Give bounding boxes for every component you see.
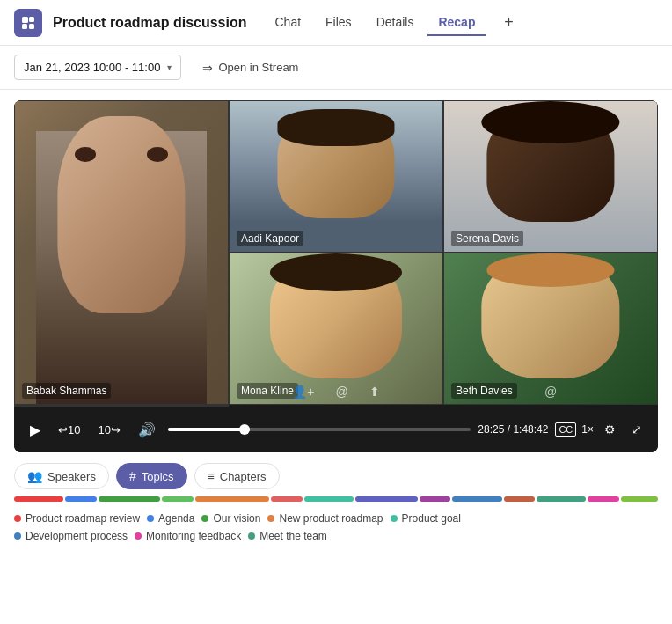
- color-segment: [271, 496, 302, 502]
- rewind-button[interactable]: ↩10: [53, 420, 85, 440]
- date-selector[interactable]: Jan 21, 2023 10:00 - 11:00 ▾: [14, 55, 181, 80]
- tab-details[interactable]: Details: [366, 10, 425, 36]
- color-segment: [99, 496, 161, 502]
- topic-tag[interactable]: New product roadmap: [267, 512, 383, 525]
- topic-tag[interactable]: Monitoring feedback: [135, 530, 241, 542]
- color-segment: [420, 496, 450, 502]
- progress-bar[interactable]: [168, 428, 471, 431]
- video-player: Babak Shammas Aadi Kapoor Serena Davis: [14, 100, 658, 452]
- topic-label: Product goal: [402, 512, 461, 525]
- topic-dot: [391, 515, 398, 522]
- date-range-label: Jan 21, 2023 10:00 - 11:00: [24, 61, 160, 74]
- chevron-down-icon: ▾: [167, 62, 172, 72]
- color-segment: [14, 496, 63, 502]
- app-icon: [14, 9, 42, 37]
- add-tab-button[interactable]: +: [496, 11, 521, 35]
- participant-name-serena: Serena Davis: [451, 231, 523, 246]
- participant-name-babak: Babak Shammas: [22, 383, 111, 399]
- stream-icon: ⇒: [202, 61, 213, 75]
- color-segment: [65, 496, 96, 502]
- participant-name-aadi: Aadi Kapoor: [237, 231, 303, 246]
- filter-tabs: 👥 Speakers # Topics ≡ Chapters: [14, 463, 658, 489]
- share-icon: ⬆: [369, 385, 380, 399]
- color-segment: [504, 496, 535, 502]
- chapters-label: Chapters: [220, 470, 267, 483]
- hash-icon: #: [129, 469, 136, 483]
- tab-chat[interactable]: Chat: [264, 10, 311, 36]
- settings-button[interactable]: ⚙: [599, 419, 621, 440]
- topic-dot: [14, 515, 21, 522]
- participant-grid: Babak Shammas Aadi Kapoor Serena Davis: [14, 100, 658, 407]
- cc-button[interactable]: CC: [555, 422, 576, 437]
- chapters-icon: ≡: [208, 469, 215, 483]
- stream-label: Open in Stream: [218, 61, 298, 74]
- topic-label: Agenda: [158, 512, 194, 525]
- participant-mona: Mona Kline 👤+ @ ⬆: [229, 253, 443, 405]
- topic-label: Development process: [26, 530, 128, 542]
- topic-tag[interactable]: Product roadmap review: [14, 512, 140, 525]
- participant-aadi: Aadi Kapoor: [229, 100, 443, 253]
- color-segment: [621, 496, 658, 502]
- topic-label: New product roadmap: [279, 512, 383, 525]
- color-segment: [452, 496, 501, 502]
- topic-dot: [135, 532, 142, 540]
- speakers-icon: 👥: [27, 469, 42, 483]
- svg-rect-2: [22, 24, 27, 29]
- topic-tags-row1: Product roadmap reviewAgendaOur visionNe…: [0, 512, 672, 525]
- topic-label: Product roadmap review: [26, 512, 140, 525]
- progress-fill: [168, 428, 250, 431]
- tab-recap[interactable]: Recap: [427, 10, 486, 36]
- topic-dot: [248, 532, 255, 540]
- time-display: 28:25 / 1:48:42: [478, 423, 548, 436]
- nav-tabs: Chat Files Details Recap: [264, 10, 486, 36]
- speakers-label: Speakers: [47, 470, 96, 483]
- date-bar: Jan 21, 2023 10:00 - 11:00 ▾ ⇒ Open in S…: [0, 46, 672, 90]
- svg-rect-1: [29, 17, 34, 22]
- forward-button[interactable]: 10↪: [92, 420, 125, 440]
- beth-icons: @: [444, 385, 657, 399]
- topic-tag[interactable]: Meet the team: [248, 530, 327, 542]
- speed-button[interactable]: 1×: [581, 423, 594, 436]
- topic-dot: [267, 515, 274, 522]
- filter-tabs-section: 👥 Speakers # Topics ≡ Chapters: [0, 452, 672, 496]
- color-segment: [304, 496, 354, 502]
- at-icon: @: [335, 385, 347, 399]
- open-in-stream-button[interactable]: ⇒ Open in Stream: [195, 57, 305, 78]
- header: Product roadmap discussion Chat Files De…: [0, 0, 672, 46]
- at-icon-beth: @: [544, 385, 557, 399]
- chapters-tab[interactable]: ≡ Chapters: [194, 463, 280, 489]
- tab-files[interactable]: Files: [315, 10, 362, 36]
- topic-tags-row2: Development processMonitoring feedbackMe…: [0, 525, 672, 547]
- right-controls: CC 1× ⚙ ⤢: [555, 419, 647, 440]
- svg-rect-3: [29, 24, 34, 29]
- topic-tag[interactable]: Our vision: [201, 512, 260, 525]
- speakers-tab[interactable]: 👥 Speakers: [14, 463, 109, 489]
- topic-label: Meet the team: [259, 530, 327, 542]
- participant-serena: Serena Davis: [443, 100, 658, 253]
- topic-tag[interactable]: Agenda: [147, 512, 194, 525]
- svg-rect-0: [22, 17, 28, 23]
- app-title: Product roadmap discussion: [53, 15, 246, 31]
- topic-dot: [147, 515, 154, 522]
- participant-babak: Babak Shammas: [14, 100, 229, 405]
- volume-button[interactable]: 🔊: [133, 418, 161, 442]
- play-button[interactable]: ▶: [25, 418, 46, 442]
- time-total: 1:48:42: [513, 423, 548, 436]
- participant-bruno: Bruno Zhao @: [14, 405, 229, 407]
- topic-dot: [14, 532, 21, 540]
- participant-beth: Beth Davies @: [443, 253, 658, 405]
- color-segment: [162, 496, 193, 502]
- topic-label: Monitoring feedback: [146, 530, 241, 542]
- video-controls: ▶ ↩10 10↪ 🔊 28:25 / 1:48:42 CC 1× ⚙ ⤢: [14, 407, 658, 452]
- topic-tag[interactable]: Development process: [14, 530, 128, 542]
- topic-tag[interactable]: Product goal: [391, 512, 461, 525]
- color-segment: [195, 496, 270, 502]
- topics-label: Topics: [142, 470, 174, 483]
- topic-label: Our vision: [213, 512, 260, 525]
- progress-dot: [239, 424, 250, 435]
- color-segment: [355, 496, 418, 502]
- color-segment: [537, 496, 586, 502]
- topics-tab[interactable]: # Topics: [116, 463, 187, 489]
- fullscreen-button[interactable]: ⤢: [626, 419, 647, 440]
- topic-dot: [201, 515, 208, 522]
